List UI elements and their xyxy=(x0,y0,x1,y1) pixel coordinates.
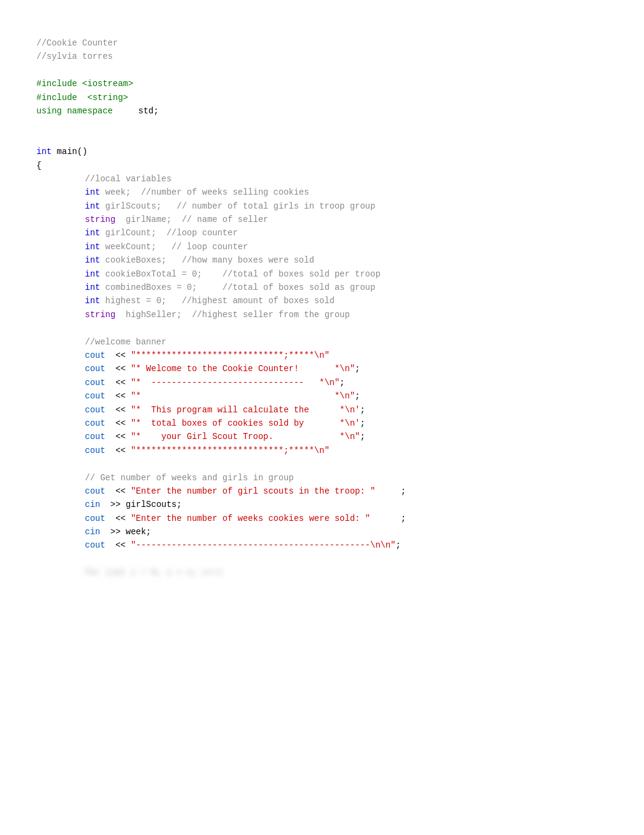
semi4: ; xyxy=(360,403,365,417)
line-blank2 xyxy=(36,118,608,131)
str-welcome: "* Welcome to the Cookie Counter! *\n" xyxy=(131,362,355,375)
using-namespace: using namespace xyxy=(36,104,113,118)
line-blurred: for (int i = 0; i < n; i++) xyxy=(36,566,608,579)
str-blank: "* *\n" xyxy=(131,389,355,403)
line-girlscouts: int girlScouts; // number of total girls… xyxy=(36,200,608,213)
line-blank4 xyxy=(36,321,608,335)
cout-kw4: cout xyxy=(85,389,106,403)
cout-op3: << xyxy=(106,376,131,389)
cout-kw5: cout xyxy=(85,403,106,417)
cout-kw10: cout xyxy=(85,512,106,525)
var-cookieboxes: cookieBoxes; //how many boxes were sold xyxy=(100,253,314,267)
comment-local-vars: //local variables xyxy=(85,172,172,186)
include-string: #include <string> xyxy=(36,91,128,104)
line-getinput-comment: // Get number of weeks and girls in grou… xyxy=(36,471,608,485)
line-cookieboxes: int cookieBoxes; //how many boxes were s… xyxy=(36,253,608,267)
main-func: main() xyxy=(52,145,87,158)
cout-op2: << xyxy=(106,362,131,375)
line-comment2: //sylvia torres xyxy=(36,50,608,63)
cin-kw2: cin xyxy=(85,525,100,538)
line-highest: int highest = 0; //highest amount of box… xyxy=(36,294,608,307)
semi1: ; xyxy=(355,362,360,375)
str-dashes: "* ------------------------------ *\n" xyxy=(131,376,340,389)
line-comment1: //Cookie Counter xyxy=(36,36,608,50)
line-cout-prompt2: cout << "Enter the number of weeks cooki… xyxy=(36,512,608,525)
str-separator: "---------------------------------------… xyxy=(131,538,396,552)
cout-kw1: cout xyxy=(85,349,106,362)
line-blank6 xyxy=(36,552,608,566)
line-girlcount: int girlCount; //loop counter xyxy=(36,226,608,240)
kw-string-highseller: string xyxy=(85,308,115,321)
line-blank1 xyxy=(36,64,608,77)
line-weekcount: int weekCount; // loop counter xyxy=(36,240,608,253)
cout-op1: << xyxy=(106,349,131,362)
str-prog2: "* total boxes of cookies sold by *\n' xyxy=(131,417,360,430)
line-cout-dashes: cout << "* -----------------------------… xyxy=(36,376,608,389)
cout-op9: << xyxy=(106,485,131,498)
kw-int-combinedboxes: int xyxy=(85,281,100,294)
line-cout-stars1: cout << "*****************************;*… xyxy=(36,349,608,362)
cout-op4: << xyxy=(106,389,131,403)
cout-op11: << xyxy=(106,538,131,552)
semi3: ; xyxy=(355,389,360,403)
cout-op7: << xyxy=(106,430,131,443)
var-highseller: highSeller; //highest seller from the gr… xyxy=(115,308,349,321)
cout-op5: << xyxy=(106,403,131,417)
str-prog1: "* This program will calculate the *\n' xyxy=(131,403,360,417)
var-week: week; //number of weeks selling cookies xyxy=(100,186,309,199)
namespace-std: std; xyxy=(113,104,159,118)
kw-int-cookieboxtotal: int xyxy=(85,267,100,281)
line-blank3 xyxy=(36,132,608,145)
str-prog3: "* your Girl Scout Troop. *\n" xyxy=(131,430,360,443)
cin-girlscouts-op: >> girlScouts; xyxy=(100,498,181,511)
cout-op8: << xyxy=(106,444,131,457)
cout-op6: << xyxy=(106,417,131,430)
comment-getinput: // Get number of weeks and girls in grou… xyxy=(85,471,293,485)
semi9: ; xyxy=(396,538,401,552)
line-girlname: string girlName; // name of seller xyxy=(36,213,608,226)
var-girlname: girlName; // name of seller xyxy=(115,213,268,226)
semi7: ; xyxy=(375,485,406,498)
semi6: ; xyxy=(360,430,365,443)
kw-int-highest: int xyxy=(85,294,100,307)
line-include2: #include <string> xyxy=(36,91,608,104)
cout-kw2: cout xyxy=(85,362,106,375)
line-highseller: string highSeller; //highest seller from… xyxy=(36,308,608,321)
cout-kw7: cout xyxy=(85,430,106,443)
include-iostream: #include <iostream> xyxy=(36,77,133,90)
var-weekcount: weekCount; // loop counter xyxy=(100,240,248,253)
line-week: int week; //number of weeks selling cook… xyxy=(36,186,608,199)
var-girlscouts: girlScouts; // number of total girls in … xyxy=(100,200,375,213)
comment-author: //sylvia torres xyxy=(36,50,113,63)
blurred-content: for (int i = 0; i < n; i++) xyxy=(85,566,223,579)
line-cout-welcome: cout << "* Welcome to the Cookie Counter… xyxy=(36,362,608,375)
open-brace: { xyxy=(36,159,41,172)
var-combinedboxes: combinedBoxes = 0; //total of boxes sold… xyxy=(100,281,375,294)
semi2: ; xyxy=(340,376,344,389)
str-prompt2: "Enter the number of weeks cookies were … xyxy=(131,512,371,525)
line-blank5 xyxy=(36,457,608,471)
comment-welcome-banner: //welcome banner xyxy=(85,335,166,349)
kw-int-weekcount: int xyxy=(85,240,100,253)
line-include1: #include <iostream> xyxy=(36,77,608,90)
semi5: ; xyxy=(360,417,365,430)
line-banner-comment: //welcome banner xyxy=(36,335,608,349)
var-cookieboxtotal: cookieBoxTotal = 0; //total of boxes sol… xyxy=(100,267,380,281)
line-main-decl: int main() xyxy=(36,145,608,158)
cin-week-op: >> week; xyxy=(100,525,151,538)
cout-kw11: cout xyxy=(85,538,106,552)
str-stars2: "*****************************;*****\n" xyxy=(131,444,330,457)
line-combinedboxes: int combinedBoxes = 0; //total of boxes … xyxy=(36,281,608,294)
line-cin-week: cin >> week; xyxy=(36,525,608,538)
cout-kw6: cout xyxy=(85,417,106,430)
line-cout-blank: cout << "* *\n"; xyxy=(36,389,608,403)
kw-string-girlname: string xyxy=(85,213,115,226)
line-cout-separator: cout << "-------------------------------… xyxy=(36,538,608,552)
line-cookieboxtotal: int cookieBoxTotal = 0; //total of boxes… xyxy=(36,267,608,281)
var-highest: highest = 0; //highest amount of boxes s… xyxy=(100,294,334,307)
kw-int-week: int xyxy=(85,186,100,199)
comment-cookie: //Cookie Counter xyxy=(36,36,118,50)
code-editor: //Cookie Counter //sylvia torres #includ… xyxy=(36,24,608,592)
line-cout-prompt1: cout << "Enter the number of girl scouts… xyxy=(36,485,608,498)
kw-int-cookieboxes: int xyxy=(85,253,100,267)
